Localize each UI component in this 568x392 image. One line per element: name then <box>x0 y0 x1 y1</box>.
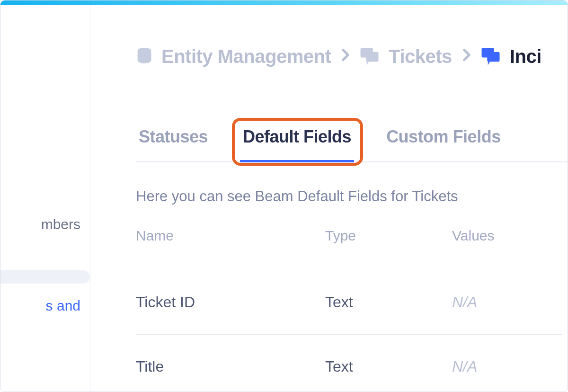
col-header-values: Values <box>452 228 562 244</box>
tab-statuses[interactable]: Statuses <box>136 127 211 162</box>
table-header-row: Name Type Values <box>136 228 562 270</box>
app-shell: mbers s and Entity Management <box>0 5 568 392</box>
breadcrumb-entity-management[interactable]: Entity Management <box>136 46 331 67</box>
window-accent-bar <box>0 0 568 5</box>
cell-values: N/A <box>452 358 562 375</box>
cell-type: Text <box>325 294 452 311</box>
chat-icon <box>481 48 501 66</box>
cell-type: Text <box>325 358 452 375</box>
tab-default-fields[interactable]: Default Fields <box>240 127 354 162</box>
col-header-type: Type <box>325 228 452 244</box>
chat-icon <box>360 48 380 66</box>
main-content: Entity Management Tickets <box>90 5 568 392</box>
sidebar: mbers s and <box>0 5 90 392</box>
breadcrumb-tickets[interactable]: Tickets <box>360 46 452 67</box>
sidebar-link-fragment[interactable]: s and <box>0 291 90 321</box>
sidebar-item-active[interactable] <box>0 270 90 284</box>
database-icon <box>136 47 153 66</box>
fields-table: Name Type Values Ticket ID Text N/A Titl… <box>136 228 562 392</box>
sidebar-item-members[interactable]: mbers <box>0 210 90 239</box>
tab-bar: Statuses Default Fields Custom Fields <box>136 126 568 162</box>
cell-name: Ticket ID <box>136 294 325 311</box>
tab-description: Here you can see Beam Default Fields for… <box>136 188 568 205</box>
col-header-name: Name <box>136 228 325 244</box>
svg-rect-4 <box>366 52 378 61</box>
tab-custom-fields[interactable]: Custom Fields <box>383 127 504 162</box>
breadcrumb-current: Inci <box>481 46 541 67</box>
cell-values: N/A <box>452 294 562 311</box>
svg-rect-6 <box>487 52 499 61</box>
breadcrumb-label: Entity Management <box>161 46 331 67</box>
breadcrumb-label: Inci <box>510 46 541 67</box>
table-row[interactable]: Ticket ID Text N/A <box>136 270 562 335</box>
breadcrumb-label: Tickets <box>389 46 452 67</box>
chevron-right-icon <box>341 48 350 65</box>
chevron-right-icon <box>462 48 471 65</box>
cell-name: Title <box>136 358 325 375</box>
svg-point-2 <box>138 57 151 63</box>
table-row[interactable]: Title Text N/A <box>136 335 562 392</box>
breadcrumb: Entity Management Tickets <box>136 46 568 67</box>
